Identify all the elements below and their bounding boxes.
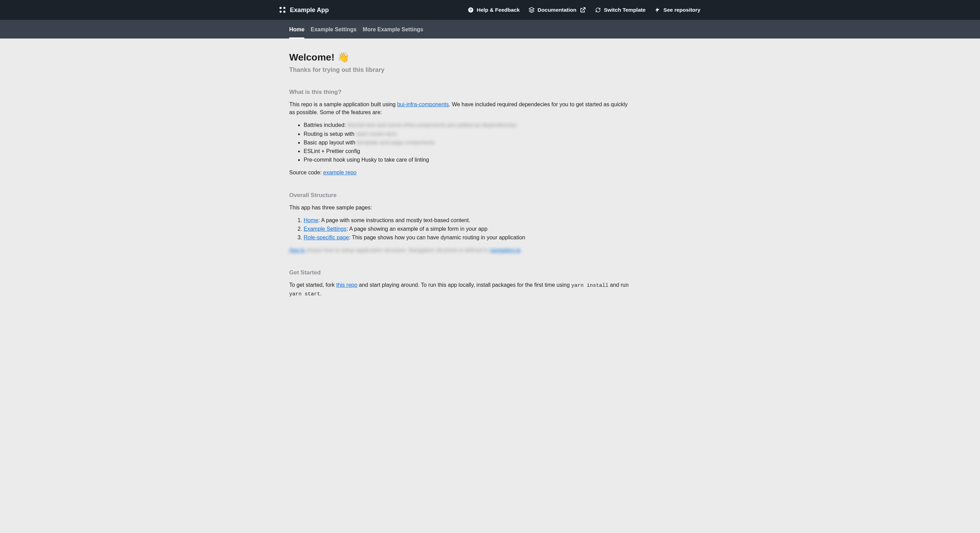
section-heading-getstarted: Get Started <box>289 269 633 276</box>
documentation-link[interactable]: Documentation <box>528 7 586 13</box>
home-page-link[interactable]: Home <box>304 217 318 223</box>
svg-text:?: ? <box>470 8 472 12</box>
see-repository-link[interactable]: See repository <box>654 7 700 13</box>
help-feedback-label: Help & Feedback <box>477 7 520 13</box>
app-title: Example App <box>290 6 329 14</box>
list-item: Pre-commit hook using Husky to take care… <box>304 156 633 164</box>
help-icon: ? <box>468 7 474 13</box>
example-repo-link[interactable]: example repo <box>323 170 356 175</box>
tab-example-settings[interactable]: Example Settings <box>310 21 356 38</box>
main-content: Welcome! 👋 Thanks for trying out this li… <box>232 38 748 324</box>
list-item: Battries included: blurred-text-and-some… <box>304 121 633 129</box>
documentation-label: Documentation <box>538 7 576 13</box>
structure-blurred-line: App.ts shows how to setup application st… <box>289 246 633 254</box>
tab-more-example-settings[interactable]: More Example Settings <box>363 21 423 38</box>
see-repository-label: See repository <box>663 7 700 13</box>
section-heading-structure: Overall Structure <box>289 192 633 199</box>
top-links: ? Help & Feedback Documentation Switch T… <box>468 7 700 13</box>
list-item: Role-specific page: This page shows how … <box>304 234 633 242</box>
lightning-icon <box>654 7 660 13</box>
intro-text-before: This repo is a sample application built … <box>289 102 397 107</box>
page-subtitle: Thanks for trying out this library <box>289 66 633 73</box>
docs-icon <box>528 7 535 13</box>
section-what-intro: This repo is a sample application built … <box>289 100 633 116</box>
yarn-start-code: yarn start <box>289 291 320 297</box>
app-brand[interactable]: Example App <box>280 6 329 14</box>
top-bar: Example App ? Help & Feedback Documentat… <box>0 0 980 20</box>
bui-infra-components-link[interactable]: bui-infra-components <box>397 102 449 107</box>
pages-list: Home: A page with some instructions and … <box>289 216 633 242</box>
tab-home[interactable]: Home <box>289 21 304 38</box>
list-item: ESLint + Prettier config <box>304 147 633 155</box>
switch-template-label: Switch Template <box>604 7 646 13</box>
example-settings-page-link[interactable]: Example Settings <box>304 226 347 232</box>
switch-template-link[interactable]: Switch Template <box>595 7 646 13</box>
external-link-icon <box>580 7 586 13</box>
list-item: Basic app layout with template-and-page-… <box>304 138 633 146</box>
features-list: Battries included: blurred-text-and-some… <box>289 121 633 164</box>
nav-bar: Home Example Settings More Example Setti… <box>0 20 980 38</box>
source-code-line: Source code: example repo <box>289 169 633 177</box>
structure-intro: This app has three sample pages: <box>289 204 633 212</box>
source-code-prefix: Source code: <box>289 170 323 175</box>
getstarted-text: To get started, fork this repo and start… <box>289 281 633 298</box>
refresh-icon <box>595 7 601 13</box>
help-feedback-link[interactable]: ? Help & Feedback <box>468 7 520 13</box>
page-title: Welcome! 👋 <box>289 52 633 63</box>
this-repo-link[interactable]: this repo <box>336 282 357 288</box>
app-logo-icon <box>280 7 286 13</box>
list-item: Home: A page with some instructions and … <box>304 216 633 224</box>
role-specific-page-link[interactable]: Role-specific page <box>304 234 349 240</box>
section-heading-what: What is this thing? <box>289 89 633 95</box>
list-item: Routing is setup with react-router-dom <box>304 130 633 138</box>
list-item: Example Settings: A page showing an exam… <box>304 225 633 233</box>
yarn-install-code: yarn install <box>571 283 608 288</box>
